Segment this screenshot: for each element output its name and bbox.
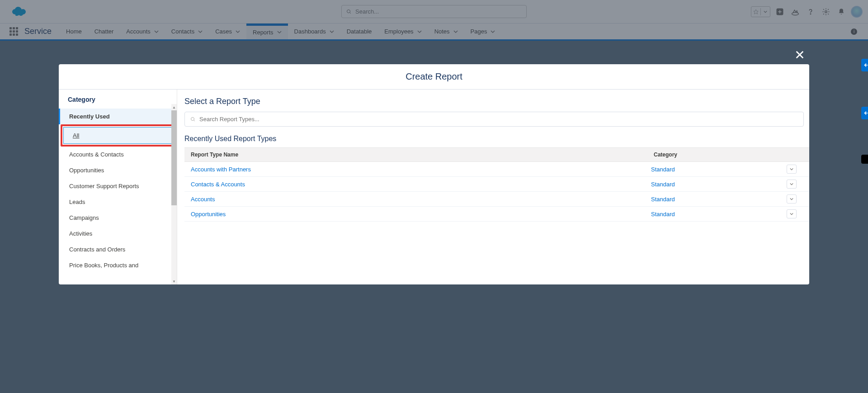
- page-side-tabs: [861, 59, 868, 164]
- category-item-accounts-contacts[interactable]: Accounts & Contacts: [59, 147, 177, 162]
- side-tab-2[interactable]: [861, 107, 868, 119]
- category-label: All: [73, 132, 79, 139]
- scroll-down-arrow-icon[interactable]: ▼: [171, 278, 177, 284]
- table-row[interactable]: Contacts & Accounts Standard: [184, 177, 809, 192]
- category-label: Recently Used: [69, 113, 110, 120]
- row-menu-button[interactable]: [787, 165, 797, 174]
- chevron-down-icon: [790, 167, 793, 171]
- report-type-category: Standard: [651, 181, 787, 188]
- report-type-link[interactable]: Opportunities: [191, 211, 651, 218]
- category-label: Activities: [69, 230, 92, 237]
- report-type-link[interactable]: Accounts with Partners: [191, 166, 651, 173]
- category-label: Campaigns: [69, 214, 99, 221]
- sidebar-title: Category: [59, 90, 177, 109]
- report-type-category: Standard: [651, 211, 787, 218]
- table-row[interactable]: Accounts with Partners Standard: [184, 162, 809, 177]
- report-type-link[interactable]: Accounts: [191, 196, 651, 203]
- create-report-modal: Create Report Category Recently Used All…: [59, 64, 809, 284]
- row-menu-button[interactable]: [787, 209, 797, 218]
- report-type-category: Standard: [651, 196, 787, 203]
- chevron-down-icon: [790, 182, 793, 186]
- annotation-highlight: All: [61, 124, 175, 147]
- category-label: Contracts and Orders: [69, 246, 125, 253]
- report-type-link[interactable]: Contacts & Accounts: [191, 181, 651, 188]
- category-item-recently-used[interactable]: Recently Used: [59, 109, 177, 124]
- category-label: Customer Support Reports: [69, 183, 139, 189]
- category-item-contracts-orders[interactable]: Contracts and Orders: [59, 241, 177, 257]
- side-tab-1[interactable]: [861, 59, 868, 71]
- report-type-search[interactable]: [184, 112, 804, 127]
- col-name: Report Type Name: [191, 152, 654, 158]
- table-header: Report Type Name Category: [184, 147, 809, 162]
- category-item-activities[interactable]: Activities: [59, 226, 177, 241]
- svg-point-9: [191, 117, 194, 120]
- category-label: Opportunities: [69, 167, 104, 174]
- svg-line-10: [194, 120, 195, 121]
- modal-title: Create Report: [59, 64, 809, 90]
- scroll-up-arrow-icon[interactable]: ▲: [171, 104, 177, 110]
- category-item-campaigns[interactable]: Campaigns: [59, 210, 177, 226]
- arrow-icon: [863, 110, 868, 116]
- chevron-down-icon: [790, 197, 793, 201]
- col-category: Category: [654, 152, 803, 158]
- category-label: Accounts & Contacts: [69, 151, 124, 158]
- close-icon: [795, 50, 805, 60]
- arrow-icon: [863, 62, 868, 68]
- scrollbar[interactable]: ▲ ▼: [171, 104, 177, 284]
- category-item-leads[interactable]: Leads: [59, 194, 177, 210]
- category-label: Price Books, Products and: [69, 262, 138, 269]
- category-item-price-books[interactable]: Price Books, Products and: [59, 257, 177, 273]
- side-tab-3[interactable]: [861, 155, 868, 164]
- category-item-customer-support[interactable]: Customer Support Reports: [59, 178, 177, 194]
- close-button[interactable]: [795, 50, 805, 62]
- chevron-down-icon: [790, 212, 793, 216]
- category-label: Leads: [69, 199, 85, 205]
- search-icon: [190, 117, 196, 122]
- row-menu-button[interactable]: [787, 180, 797, 189]
- report-type-search-input[interactable]: [199, 116, 798, 123]
- category-sidebar: Category Recently Used All Accounts & Co…: [59, 90, 177, 284]
- category-list: Recently Used All Accounts & Contacts Op…: [59, 109, 177, 284]
- table-row[interactable]: Opportunities Standard: [184, 207, 809, 222]
- table-row[interactable]: Accounts Standard: [184, 192, 809, 207]
- category-item-all[interactable]: All: [63, 127, 172, 144]
- row-menu-button[interactable]: [787, 194, 797, 204]
- list-heading: Recently Used Report Types: [184, 135, 809, 143]
- report-type-panel: Select a Report Type Recently Used Repor…: [177, 90, 809, 284]
- modal-backdrop: Create Report Category Recently Used All…: [0, 41, 868, 393]
- panel-heading: Select a Report Type: [184, 97, 809, 106]
- scroll-thumb[interactable]: [171, 110, 177, 205]
- category-item-opportunities[interactable]: Opportunities: [59, 162, 177, 178]
- report-type-category: Standard: [651, 166, 787, 173]
